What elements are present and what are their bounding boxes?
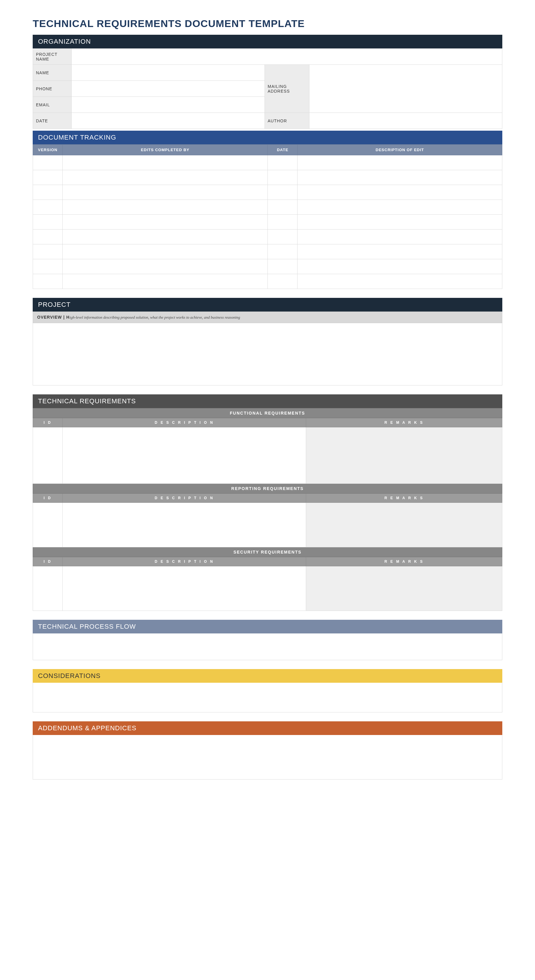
tracking-row — [33, 170, 502, 185]
tracking-cell-edits_by[interactable] — [63, 185, 268, 200]
col-date: DATE — [268, 145, 297, 155]
field-author[interactable] — [309, 113, 502, 129]
tracking-row — [33, 229, 502, 244]
reporting-description[interactable] — [63, 503, 306, 547]
reporting-id[interactable] — [33, 503, 63, 547]
tracking-cell-date[interactable] — [268, 215, 297, 229]
security-description[interactable] — [63, 566, 306, 611]
tracking-cell-desc[interactable] — [297, 155, 502, 170]
functional-description[interactable] — [63, 427, 306, 484]
addendums-header: ADDENDUMS & APPENDICES — [33, 721, 502, 735]
tracking-row — [33, 200, 502, 215]
overview-label: OVERVIEW | H — [37, 315, 70, 320]
tech-req-table: FUNCTIONAL REQUIREMENTS I D D E S C R I … — [33, 408, 502, 611]
tracking-row — [33, 274, 502, 289]
tracking-cell-edits_by[interactable] — [63, 200, 268, 215]
col-edits-by: EDITS COMPLETED BY — [63, 145, 268, 155]
tracking-cell-date[interactable] — [268, 229, 297, 244]
process-flow-header: TECHNICAL PROCESS FLOW — [33, 620, 502, 633]
tracking-cell-version[interactable] — [33, 170, 63, 185]
overview-bar: OVERVIEW | High-level information descri… — [33, 312, 502, 323]
considerations-header: CONSIDERATIONS — [33, 669, 502, 683]
tracking-cell-version[interactable] — [33, 155, 63, 170]
tracking-cell-date[interactable] — [268, 200, 297, 215]
tracking-cell-edits_by[interactable] — [63, 259, 268, 274]
functional-remarks[interactable] — [306, 427, 502, 484]
addendums-field[interactable] — [33, 735, 502, 780]
field-date[interactable] — [72, 113, 265, 129]
label-date: DATE — [33, 113, 72, 129]
th-id: I D — [33, 493, 63, 503]
tracking-cell-version[interactable] — [33, 259, 63, 274]
tracking-cell-version[interactable] — [33, 215, 63, 229]
project-header: PROJECT — [33, 298, 502, 312]
tracking-cell-date[interactable] — [268, 274, 297, 289]
tracking-cell-desc[interactable] — [297, 185, 502, 200]
tracking-cell-date[interactable] — [268, 244, 297, 259]
field-mailing-address[interactable] — [309, 65, 502, 113]
tracking-cell-date[interactable] — [268, 259, 297, 274]
th-description: D E S C R I P T I O N — [63, 493, 306, 503]
tracking-cell-desc[interactable] — [297, 259, 502, 274]
overview-desc: igh-level information describing propose… — [70, 315, 240, 320]
overview-field[interactable] — [33, 323, 502, 385]
tracking-cell-edits_by[interactable] — [63, 274, 268, 289]
tracking-cell-edits_by[interactable] — [63, 170, 268, 185]
th-remarks: R E M A R K S — [306, 493, 502, 503]
tracking-cell-version[interactable] — [33, 229, 63, 244]
tracking-cell-edits_by[interactable] — [63, 229, 268, 244]
tracking-cell-edits_by[interactable] — [63, 155, 268, 170]
tracking-cell-version[interactable] — [33, 200, 63, 215]
tracking-cell-version[interactable] — [33, 244, 63, 259]
tracking-row — [33, 155, 502, 170]
subhead-reporting: REPORTING REQUIREMENTS — [33, 484, 502, 493]
tracking-cell-date[interactable] — [268, 155, 297, 170]
functional-id[interactable] — [33, 427, 63, 484]
tracking-cell-version[interactable] — [33, 274, 63, 289]
tracking-cell-version[interactable] — [33, 185, 63, 200]
tracking-cell-edits_by[interactable] — [63, 244, 268, 259]
tracking-cell-desc[interactable] — [297, 200, 502, 215]
process-flow-field[interactable] — [33, 633, 502, 660]
label-phone: PHONE — [33, 81, 72, 97]
field-phone[interactable] — [72, 81, 265, 97]
organization-header: ORGANIZATION — [33, 35, 502, 48]
field-project-name[interactable] — [72, 49, 502, 65]
tracking-row — [33, 185, 502, 200]
tracking-row — [33, 215, 502, 229]
field-email[interactable] — [72, 97, 265, 113]
th-id: I D — [33, 418, 63, 427]
document-title: TECHNICAL REQUIREMENTS DOCUMENT TEMPLATE — [33, 18, 502, 29]
tracking-cell-date[interactable] — [268, 170, 297, 185]
th-remarks: R E M A R K S — [306, 418, 502, 427]
th-id: I D — [33, 557, 63, 566]
reporting-remarks[interactable] — [306, 503, 502, 547]
tracking-cell-date[interactable] — [268, 185, 297, 200]
label-author: AUTHOR — [265, 113, 309, 129]
field-name[interactable] — [72, 65, 265, 81]
security-id[interactable] — [33, 566, 63, 611]
tracking-cell-desc[interactable] — [297, 244, 502, 259]
label-project-name: PROJECT NAME — [33, 49, 72, 65]
th-description: D E S C R I P T I O N — [63, 418, 306, 427]
subhead-functional: FUNCTIONAL REQUIREMENTS — [33, 408, 502, 418]
tech-req-header: TECHNICAL REQUIREMENTS — [33, 395, 502, 408]
col-version: VERSION — [33, 145, 63, 155]
col-desc: DESCRIPTION OF EDIT — [297, 145, 502, 155]
tracking-cell-desc[interactable] — [297, 215, 502, 229]
th-description: D E S C R I P T I O N — [63, 557, 306, 566]
security-remarks[interactable] — [306, 566, 502, 611]
label-name: NAME — [33, 65, 72, 81]
tracking-cell-edits_by[interactable] — [63, 215, 268, 229]
tracking-table: VERSION EDITS COMPLETED BY DATE DESCRIPT… — [33, 144, 502, 289]
tracking-row — [33, 244, 502, 259]
tracking-cell-desc[interactable] — [297, 170, 502, 185]
considerations-field[interactable] — [33, 683, 502, 713]
tracking-cell-desc[interactable] — [297, 274, 502, 289]
label-email: EMAIL — [33, 97, 72, 113]
subhead-security: SECURITY REQUIREMENTS — [33, 547, 502, 557]
tracking-cell-desc[interactable] — [297, 229, 502, 244]
tracking-header: DOCUMENT TRACKING — [33, 130, 502, 144]
tracking-row — [33, 259, 502, 274]
th-remarks: R E M A R K S — [306, 557, 502, 566]
